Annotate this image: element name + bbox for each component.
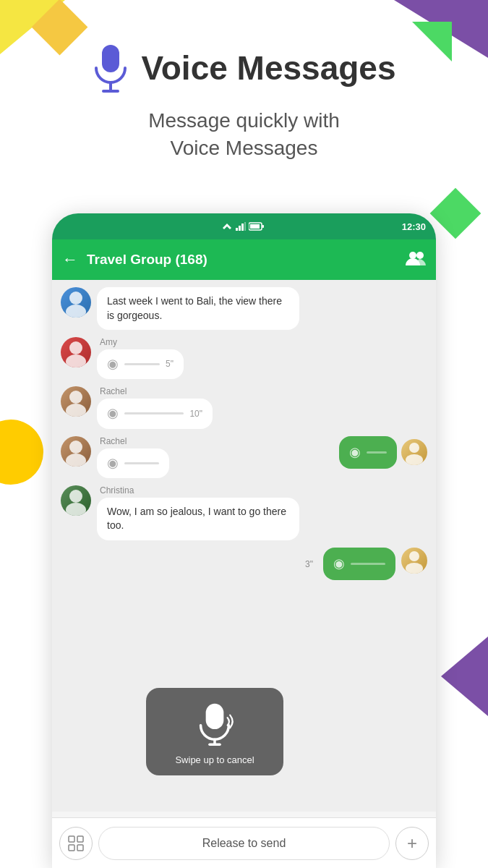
svg-point-20 — [66, 454, 86, 467]
message-content: Rachel ◉ 10" — [97, 386, 213, 428]
recording-mic-icon — [193, 702, 236, 746]
avatar — [61, 287, 91, 318]
status-bar: 12:30 — [52, 213, 436, 239]
svg-point-23 — [69, 490, 82, 503]
svg-marker-3 — [223, 224, 231, 229]
avatar — [61, 485, 91, 516]
svg-rect-7 — [244, 222, 246, 231]
svg-rect-31 — [77, 836, 83, 842]
audio-duration-outgoing: 3" — [305, 559, 313, 569]
audio-bubble[interactable]: ◉ 10" — [97, 399, 213, 428]
page-header: Voice Messages Message quickly withVoice… — [0, 0, 488, 162]
outgoing-audio-bubble[interactable]: ◉ — [323, 548, 395, 580]
deco-diamond-right — [430, 188, 481, 239]
message-content: Christina Wow, I am so jealous, I want t… — [97, 485, 299, 540]
avatar — [401, 439, 427, 465]
audio-bubble[interactable]: ◉ 5" — [97, 349, 184, 379]
add-icon: + — [407, 833, 417, 854]
release-to-send-label: Release to send — [202, 837, 286, 850]
page-title: Voice Messages — [141, 48, 395, 88]
text-bubble: Last week I went to Bali, the view there… — [97, 287, 299, 330]
deco-arrow-right — [441, 637, 488, 716]
message-row: Amy ◉ 5" — [61, 337, 427, 379]
message-content: Amy ◉ 5" — [97, 337, 184, 379]
release-to-send-button[interactable]: Release to send — [98, 827, 390, 860]
svg-point-17 — [69, 391, 82, 404]
status-time: 12:30 — [402, 221, 426, 232]
svg-rect-33 — [77, 845, 83, 851]
message-row: Christina Wow, I am so jealous, I want t… — [61, 485, 427, 540]
audio-bubble[interactable]: ◉ — [97, 448, 169, 478]
audio-waves-icon: ◉ — [333, 555, 345, 573]
mic-icon — [92, 43, 129, 93]
sender-name: Rachel — [100, 436, 169, 446]
status-icons — [221, 222, 265, 231]
audio-progress-bar — [124, 363, 160, 365]
svg-rect-30 — [69, 836, 74, 842]
audio-waves-icon: ◉ — [107, 404, 119, 422]
audio-progress-bar — [351, 563, 385, 565]
avatar — [61, 436, 91, 467]
recording-overlay: Swipe up to cancel — [146, 688, 283, 775]
back-button[interactable]: ← — [62, 250, 78, 269]
svg-point-25 — [409, 551, 419, 561]
audio-duration: 5" — [166, 358, 174, 370]
message-row: Rachel ◉ ◉ — [61, 436, 427, 478]
svg-point-14 — [66, 305, 86, 318]
messages-area: Last week I went to Bali, the view there… — [52, 280, 436, 812]
wifi-icon — [221, 222, 233, 231]
cancel-recording-text: Swipe up to cancel — [175, 754, 254, 765]
chat-title: Travel Group (168) — [87, 252, 397, 268]
audio-progress-bar — [124, 412, 184, 414]
grid-button[interactable] — [59, 827, 93, 860]
chat-header: ← Travel Group (168) — [52, 239, 436, 280]
audio-waves-icon: ◉ — [107, 454, 119, 472]
svg-rect-9 — [250, 224, 260, 229]
sender-name: Amy — [100, 337, 184, 347]
audio-progress-bar — [367, 451, 387, 454]
bottom-bar: Release to send + — [52, 817, 436, 868]
svg-rect-32 — [69, 845, 74, 851]
audio-duration: 10" — [189, 408, 202, 420]
svg-point-16 — [66, 354, 86, 367]
svg-rect-6 — [241, 224, 244, 231]
svg-point-15 — [69, 341, 82, 354]
message-row: Rachel ◉ 10" — [61, 386, 427, 428]
message-content: Last week I went to Bali, the view there… — [97, 287, 299, 330]
svg-rect-27 — [206, 704, 224, 729]
svg-rect-0 — [102, 45, 119, 72]
svg-point-18 — [66, 404, 86, 417]
svg-point-11 — [409, 252, 416, 259]
signal-icon — [236, 222, 246, 231]
avatar — [61, 337, 91, 367]
svg-point-26 — [406, 563, 423, 574]
audio-waves-icon: ◉ — [349, 443, 361, 461]
message-row: Last week I went to Bali, the view there… — [61, 287, 427, 330]
battery-icon — [249, 222, 265, 231]
sender-name: Rachel — [100, 386, 213, 396]
svg-point-24 — [66, 503, 86, 516]
svg-point-21 — [409, 443, 419, 453]
title-row: Voice Messages — [92, 43, 395, 93]
message-content: Rachel ◉ — [97, 436, 169, 478]
svg-rect-4 — [236, 228, 238, 231]
outgoing-audio-bubble[interactable]: ◉ — [339, 436, 397, 469]
page-subtitle: Message quickly withVoice Messages — [148, 107, 340, 162]
svg-point-13 — [69, 292, 82, 305]
avatar — [61, 386, 91, 417]
svg-point-12 — [416, 252, 424, 259]
audio-progress-bar — [124, 462, 159, 464]
svg-point-22 — [406, 454, 423, 465]
svg-rect-5 — [239, 226, 241, 231]
text-bubble: Wow, I am so jealous, I want to go there… — [97, 498, 299, 540]
group-icon[interactable] — [406, 250, 426, 270]
audio-waves-icon: ◉ — [107, 355, 119, 373]
sender-name: Christina — [100, 485, 299, 495]
phone-mockup: 12:30 ← Travel Group (168) Last week I w… — [52, 213, 436, 868]
svg-point-19 — [69, 441, 82, 454]
avatar — [401, 548, 427, 574]
add-button[interactable]: + — [395, 827, 429, 860]
svg-rect-10 — [262, 225, 264, 228]
message-row-outgoing: 3" ◉ — [61, 548, 427, 580]
group-members-icon — [406, 250, 426, 265]
